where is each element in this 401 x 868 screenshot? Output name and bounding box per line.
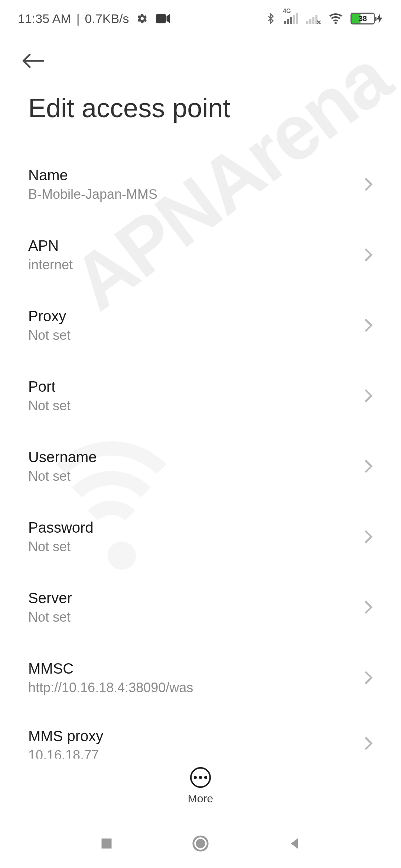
chevron-right-icon	[364, 736, 373, 751]
battery-percent: 38	[352, 14, 374, 23]
setting-label: Name	[28, 167, 353, 184]
signal-sim1-icon: 4G	[284, 13, 299, 24]
setting-label: Password	[28, 519, 353, 536]
camera-icon	[156, 14, 170, 23]
system-nav-bar	[0, 820, 401, 868]
chevron-right-icon	[364, 529, 373, 544]
nav-recent-button[interactable]	[94, 831, 120, 857]
battery-indicator: 38	[351, 13, 383, 24]
bottom-divider	[15, 816, 386, 816]
triangle-left-icon	[287, 836, 301, 852]
setting-row-apn[interactable]: APN internet	[0, 220, 401, 290]
signal-sim2-icon	[306, 13, 321, 24]
setting-row-username[interactable]: Username Not set	[0, 431, 401, 502]
setting-row-server[interactable]: Server Not set	[0, 572, 401, 642]
setting-value: Not set	[28, 539, 353, 555]
setting-label: Port	[28, 378, 353, 395]
setting-value: Not set	[28, 468, 353, 484]
topbar	[0, 37, 401, 82]
svg-point-10	[335, 22, 337, 24]
back-button[interactable]	[20, 48, 47, 75]
bluetooth-icon	[265, 12, 276, 25]
svg-rect-8	[312, 17, 314, 24]
circle-icon	[192, 835, 209, 853]
wifi-icon	[328, 13, 343, 24]
setting-value: internet	[28, 257, 353, 273]
setting-label: Server	[28, 590, 353, 606]
setting-row-port[interactable]: Port Not set	[0, 361, 401, 431]
svg-rect-4	[293, 15, 295, 24]
svg-rect-9	[315, 15, 317, 24]
charging-icon	[376, 14, 383, 23]
svg-point-14	[196, 839, 205, 848]
svg-rect-0	[156, 14, 166, 23]
setting-value: B-Mobile-Japan-MMS	[28, 187, 353, 202]
setting-value: 10.16.18.77	[28, 747, 353, 759]
svg-rect-2	[287, 19, 289, 24]
setting-value: http://10.16.18.4:38090/was	[28, 680, 353, 696]
setting-label: Username	[28, 449, 353, 466]
nav-home-button[interactable]	[188, 831, 213, 857]
more-label: More	[188, 792, 213, 805]
status-bar: 11:35 AM | 0.7KB/s 4G 38	[0, 0, 401, 37]
chevron-right-icon	[364, 600, 373, 615]
svg-rect-6	[306, 21, 308, 24]
setting-row-name[interactable]: Name B-Mobile-Japan-MMS	[0, 149, 401, 220]
setting-value: Not set	[28, 328, 353, 343]
svg-rect-5	[296, 13, 298, 24]
setting-label: MMSC	[28, 660, 353, 677]
settings-list: Name B-Mobile-Japan-MMS APN internet Pro…	[0, 149, 401, 759]
status-network-speed: 0.7KB/s	[85, 11, 129, 26]
square-icon	[100, 837, 113, 851]
svg-rect-12	[101, 838, 111, 848]
chevron-right-icon	[364, 388, 373, 403]
setting-value: Not set	[28, 609, 353, 625]
page-title: Edit access point	[0, 82, 401, 149]
chevron-right-icon	[364, 318, 373, 333]
setting-label: MMS proxy	[28, 728, 353, 744]
chevron-right-icon	[364, 247, 373, 262]
svg-rect-7	[309, 19, 311, 24]
setting-row-mmsc[interactable]: MMSC http://10.16.18.4:38090/was	[0, 642, 401, 713]
setting-row-password[interactable]: Password Not set	[0, 502, 401, 572]
setting-value: Not set	[28, 398, 353, 414]
back-arrow-icon	[22, 53, 45, 69]
more-button[interactable]	[190, 767, 211, 788]
setting-label: Proxy	[28, 308, 353, 325]
chevron-right-icon	[364, 670, 373, 685]
svg-rect-1	[284, 21, 286, 24]
chevron-right-icon	[364, 177, 373, 192]
setting-row-proxy[interactable]: Proxy Not set	[0, 290, 401, 361]
nav-back-button[interactable]	[281, 831, 307, 857]
status-separator: |	[76, 11, 80, 26]
gear-icon	[137, 13, 148, 24]
setting-label: APN	[28, 237, 353, 254]
svg-rect-3	[290, 17, 292, 24]
setting-row-mms-proxy[interactable]: MMS proxy 10.16.18.77	[0, 713, 401, 759]
status-time: 11:35 AM	[18, 11, 71, 26]
chevron-right-icon	[364, 459, 373, 474]
